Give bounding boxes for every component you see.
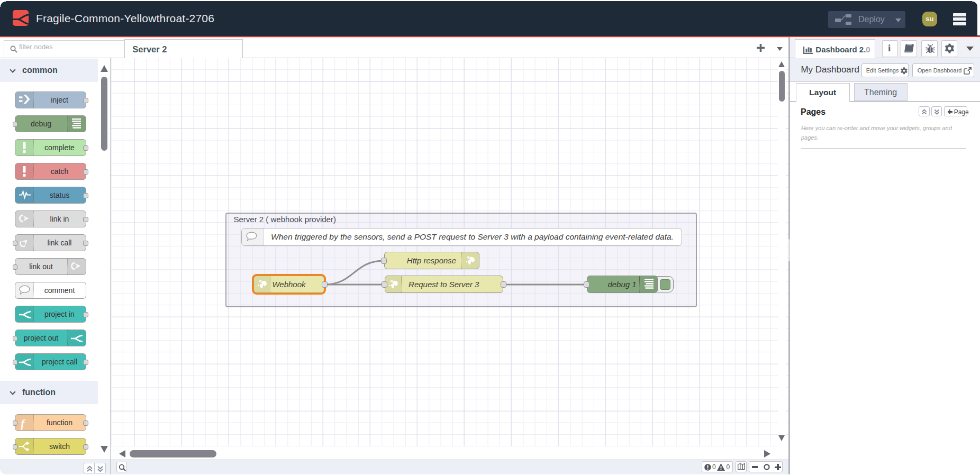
svg-text:i: i — [888, 42, 891, 53]
svg-text:f: f — [21, 417, 26, 430]
